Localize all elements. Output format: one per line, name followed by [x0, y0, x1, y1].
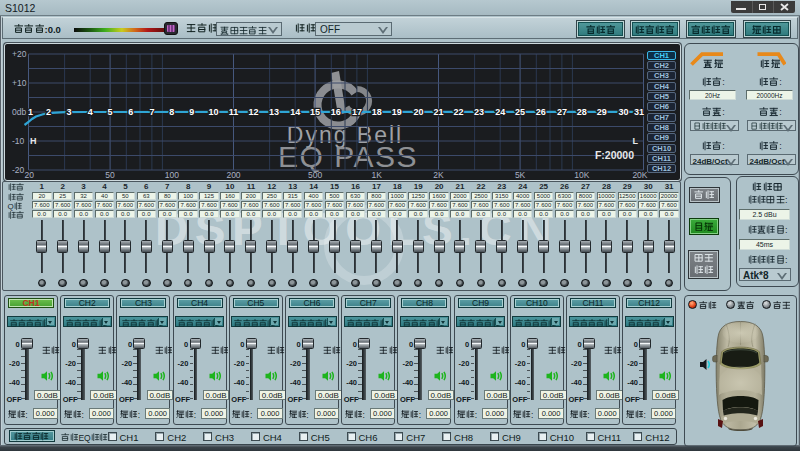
- svg-text:26: 26: [536, 107, 546, 117]
- svg-text:100: 100: [165, 170, 179, 180]
- svg-text:1: 1: [28, 107, 33, 117]
- svg-text:5: 5: [108, 107, 113, 117]
- svg-text:13: 13: [269, 107, 279, 117]
- svg-text:17: 17: [352, 107, 362, 117]
- svg-text:0db: 0db: [12, 107, 26, 117]
- svg-text:6: 6: [128, 107, 133, 117]
- svg-text:-10: -10: [12, 136, 25, 146]
- svg-text:10K: 10K: [574, 170, 589, 180]
- svg-text:16: 16: [331, 107, 341, 117]
- svg-text:27: 27: [557, 107, 567, 117]
- svg-text:18: 18: [372, 107, 382, 117]
- svg-text:3: 3: [66, 107, 71, 117]
- svg-text:1K: 1K: [372, 170, 383, 180]
- svg-text:8: 8: [169, 107, 174, 117]
- svg-text:10: 10: [209, 107, 219, 117]
- svg-text:200: 200: [226, 170, 240, 180]
- svg-text:9: 9: [189, 107, 194, 117]
- svg-text:14: 14: [290, 107, 300, 117]
- svg-text:12: 12: [248, 107, 258, 117]
- svg-text:+20: +20: [12, 49, 27, 59]
- svg-text:F:20000: F:20000: [595, 149, 634, 161]
- svg-text:23: 23: [474, 107, 484, 117]
- svg-text:2: 2: [46, 107, 51, 117]
- svg-text:20: 20: [414, 107, 424, 117]
- svg-text:5K: 5K: [515, 170, 526, 180]
- svg-text:30: 30: [619, 107, 629, 117]
- svg-text:EQ PASS: EQ PASS: [278, 140, 418, 173]
- svg-text:7: 7: [149, 107, 154, 117]
- svg-text:4: 4: [88, 107, 93, 117]
- svg-text:22: 22: [453, 107, 463, 117]
- svg-text:21: 21: [433, 107, 443, 117]
- svg-text:2K: 2K: [433, 170, 444, 180]
- svg-text:25: 25: [515, 107, 525, 117]
- svg-text:H: H: [30, 136, 37, 146]
- svg-text:29: 29: [597, 107, 607, 117]
- svg-text:11: 11: [229, 107, 239, 117]
- svg-text:+10: +10: [12, 78, 27, 88]
- svg-text:15: 15: [310, 107, 320, 117]
- svg-text:24: 24: [495, 107, 505, 117]
- svg-text:28: 28: [577, 107, 587, 117]
- svg-text:50: 50: [105, 170, 115, 180]
- svg-text:19: 19: [392, 107, 402, 117]
- svg-text:500: 500: [308, 170, 322, 180]
- svg-text:20K: 20K: [632, 170, 647, 180]
- svg-text:L: L: [633, 136, 639, 146]
- svg-text:31: 31: [634, 107, 644, 117]
- svg-text:-20: -20: [12, 165, 25, 175]
- svg-text:20: 20: [25, 170, 35, 180]
